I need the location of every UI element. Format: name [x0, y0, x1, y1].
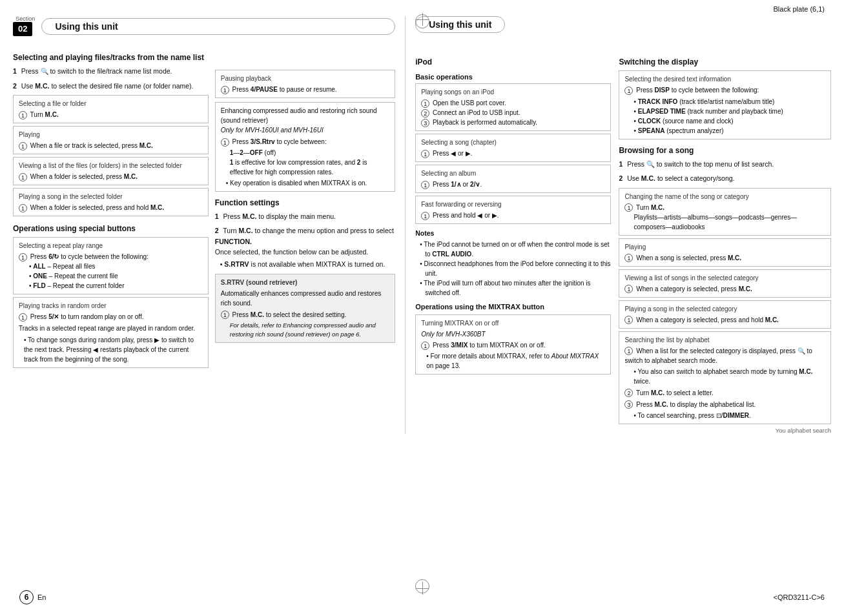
right-two-col: iPod Basic operations Playing songs on a…: [415, 50, 831, 434]
section-title-left: Using this unit: [41, 18, 395, 35]
heading-browsing: Browsing for a song: [619, 146, 831, 155]
box3-title: Viewing a list of the files (or folders)…: [19, 161, 203, 170]
select-song-content: 1 Press ◀ or ▶.: [421, 149, 605, 158]
step1-text: 1 Press 🔍 to switch to the file/track na…: [13, 66, 209, 77]
footer: 6 En <QRD3211-C>6: [0, 590, 844, 604]
select-album-title: Selecting an album: [421, 169, 605, 178]
box-enhancing: Enhancing compressed audio and restoring…: [215, 102, 395, 192]
switching-content: 1 Press DISP to cycle between the follow…: [624, 85, 825, 136]
footer-lang: En: [37, 593, 46, 601]
browse-alpha-content: 1 When a list for the selected category …: [624, 346, 825, 420]
box-playing-ipod: Playing songs on an iPod 1 Open the USB …: [415, 83, 611, 131]
notes-content: The iPod cannot be turned on or off when…: [415, 240, 611, 298]
right-column: Using this unit iPod Basic operations Pl…: [406, 16, 831, 434]
enhancing-italic: Only for MVH-160UI and MVH-16UI: [221, 125, 389, 135]
box-playing: Playing 1 When a file or track is select…: [13, 126, 209, 154]
srtrv-title: S.RTRV (sound retriever): [221, 278, 389, 287]
browse-step2: 2 Use M.C. to select a category/song.: [619, 173, 831, 183]
box4-title: Playing a song in the selected folder: [19, 192, 203, 201]
fast-fwd-content: 1 Press and hold ◀ or ▶.: [421, 210, 605, 220]
right-section-header: Using this unit: [415, 16, 831, 42]
box-select-song: Selecting a song (chapter) 1 Press ◀ or …: [415, 134, 611, 162]
func-step2: 2 Turn M.C. to change the menu option an…: [215, 225, 395, 269]
section-header-left: Section 02 Using this unit: [13, 16, 395, 36]
box-browse-viewing: Viewing a list of songs in the selected …: [619, 269, 831, 298]
browse-play-cat-title: Playing a song in the selected category: [624, 304, 825, 314]
box6-title: Playing tracks in random order: [19, 301, 203, 311]
heading-function: Function settings: [215, 198, 395, 207]
browse-change-content: 1 Turn M.C. Playlists—artists—albums—son…: [624, 203, 825, 232]
box3-content: 1 When a folder is selected, press M.C.: [19, 172, 203, 181]
box-playing-song: Playing a song in the selected folder 1 …: [13, 188, 209, 216]
box2-title: Playing: [19, 130, 203, 139]
browse-alpha-title: Searching the list by alphabet: [624, 335, 825, 345]
heading-switching: Switching the display: [619, 57, 831, 67]
box-browse-alphabet: Searching the list by alphabet 1 When a …: [619, 331, 831, 424]
box1-title: Selecting a file or folder: [19, 99, 203, 108]
box-pausing: Pausing playback 1 Press 4/PAUSE to paus…: [215, 70, 395, 98]
select-album-content: 1 Press 1/∧ or 2/∨.: [421, 180, 605, 189]
box4-content: 1 When a folder is selected, press and h…: [19, 203, 203, 212]
box-random: Playing tracks in random order 1 Press 5…: [13, 297, 209, 368]
srtrv-content: Automatically enhances compressed audio …: [221, 289, 389, 340]
box1-content: 1 Turn M.C.: [19, 110, 203, 119]
left-column: Section 02 Using this unit Selecting and…: [13, 16, 406, 434]
switching-title: Selecting the desired text information: [624, 74, 825, 84]
pausing-content: 1 Press 4/PAUSE to pause or resume.: [221, 85, 389, 94]
plate-label: Black plate (6,1): [0, 0, 844, 13]
box-browse-play-cat: Playing a song in the selected category …: [619, 300, 831, 329]
box-browse-change: Changing the name of the song or categor…: [619, 188, 831, 236]
box-mixtrax: Turning MIXTRAX on or off Only for MVH-X…: [415, 314, 611, 375]
box5-content: 1 Press 6/↻ to cycle between the followi…: [19, 252, 203, 291]
box6-content: 1 Press 5/✕ to turn random play on or of…: [19, 312, 203, 364]
box-srtrv: S.RTRV (sound retriever) Automatically e…: [215, 274, 395, 344]
playing-ipod-content: 1 Open the USB port cover. 2 Connect an …: [421, 98, 605, 127]
footer-left: 6 En: [19, 590, 46, 604]
browse-playing-content: 1 When a song is selected, press M.C.: [624, 253, 825, 263]
mixtrax-italic: Only for MVH-X360BT: [421, 329, 605, 339]
enhancing-title: Enhancing compressed audio and restoring…: [221, 106, 389, 125]
box-switching: Selecting the desired text information 1…: [619, 70, 831, 139]
box-viewing-list: Viewing a list of the files (or folders)…: [13, 157, 209, 185]
pausing-title: Pausing playback: [221, 74, 389, 83]
heading-ipod: iPod: [415, 57, 611, 67]
browse-playing-title: Playing: [624, 242, 825, 252]
browse-viewing-title: Viewing a list of songs in the selected …: [624, 273, 825, 283]
crosshair-top-lines: [416, 13, 429, 26]
heading-operations: Operations using special buttons: [13, 224, 209, 233]
notes-heading: Notes: [415, 229, 611, 237]
browse-viewing-content: 1 When a category is selected, press M.C…: [624, 284, 825, 294]
browse-play-cat-content: 1 When a category is selected, press and…: [624, 315, 825, 325]
func-step1: 1 Press M.C. to display the main menu.: [215, 211, 395, 221]
playing-ipod-title: Playing songs on an iPod: [421, 87, 605, 97]
section-number-left: 02: [13, 22, 32, 36]
you-alphabet-search: You alphabet search: [619, 427, 831, 434]
heading-basic-ops: Basic operations: [415, 73, 611, 81]
right-right-sub: Switching the display Selecting the desi…: [619, 50, 831, 434]
browse-change-title: Changing the name of the song or categor…: [624, 192, 825, 201]
right-left-sub: iPod Basic operations Playing songs on a…: [415, 50, 611, 434]
mixtrax-title: Turning MIXTRAX on or off: [421, 318, 605, 328]
box-browse-playing: Playing 1 When a song is selected, press…: [619, 238, 831, 267]
box5-title: Selecting a repeat play range: [19, 241, 203, 251]
box-repeat: Selecting a repeat play range 1 Press 6/…: [13, 237, 209, 294]
mixtrax-content: 1 Press 3/MIX to turn MIXTRAX on or off.…: [421, 340, 605, 371]
browse-step1: 1 Press 🔍 to switch to the top menu of l…: [619, 159, 831, 169]
fast-fwd-title: Fast forwarding or reversing: [421, 200, 605, 209]
enhancing-content: 1 Press 3/S.Rtrv to cycle between: 1—2—O…: [221, 137, 389, 188]
heading-selecting: Selecting and playing files/tracks from …: [13, 53, 209, 62]
section-label-left: Section: [15, 16, 35, 22]
box-fast-forward: Fast forwarding or reversing 1 Press and…: [415, 196, 611, 224]
box-selecting-file: Selecting a file or folder 1 Turn M.C.: [13, 95, 209, 123]
heading-mixtrax: Operations using the MIXTRAX button: [415, 303, 611, 311]
box2-content: 1 When a file or track is selected, pres…: [19, 141, 203, 150]
step2-text: 2 Use M.C. to select the desired file na…: [13, 81, 209, 91]
box-select-album: Selecting an album 1 Press 1/∧ or 2/∨.: [415, 165, 611, 193]
select-song-title: Selecting a song (chapter): [421, 138, 605, 147]
page-number-circle: 6: [19, 590, 34, 604]
footer-code: <QRD3211-C>6: [774, 593, 825, 601]
